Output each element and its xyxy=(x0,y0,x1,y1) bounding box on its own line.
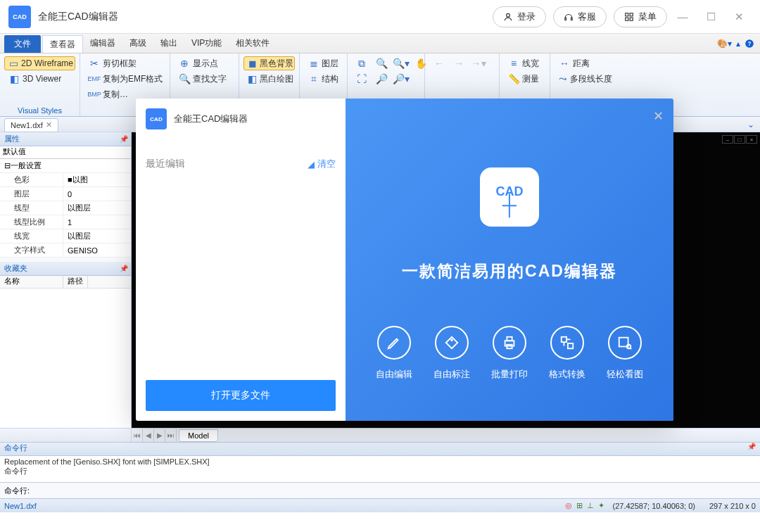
close-icon[interactable]: ✕ xyxy=(46,120,52,129)
distance-button[interactable]: ↔距离 xyxy=(555,56,616,70)
bw-icon: ◧ xyxy=(248,73,257,84)
zoom-window-button[interactable]: ⧉ xyxy=(352,56,372,70)
visual-styles-label: Visual Styles xyxy=(0,106,80,115)
model-tabs-bar: ⏮ ◀ ▶ ⏭ Model xyxy=(0,428,760,442)
zoom-extents-button[interactable]: ⛶ xyxy=(352,72,372,86)
model-nav-prev[interactable]: ◀ xyxy=(143,429,154,442)
zoom-in-icon: 🔍 xyxy=(376,58,387,69)
zoom-window-icon: ⧉ xyxy=(356,58,367,69)
open-more-files-button[interactable]: 打开更多文件 xyxy=(146,380,336,411)
model-tab[interactable]: Model xyxy=(179,429,218,442)
zoom-dropdown2[interactable]: 🔎▾ xyxy=(391,72,411,86)
grid-icon[interactable]: ⊞ xyxy=(576,501,583,510)
action-format-convert[interactable]: 格式转换 xyxy=(549,326,585,381)
help-icon[interactable]: ? xyxy=(745,39,754,49)
theme-icon[interactable]: 🎨▾ xyxy=(717,39,732,49)
menu-button[interactable]: 菜单 xyxy=(614,6,667,27)
bwplot-label: 黑白绘图 xyxy=(260,73,293,85)
copy-emf-button[interactable]: EMF复制为EMF格式 xyxy=(84,72,165,86)
menu-related[interactable]: 相关软件 xyxy=(229,34,277,53)
menu-output[interactable]: 输出 xyxy=(153,34,184,53)
snap-icon[interactable]: ◎ xyxy=(565,501,572,510)
action-easy-view[interactable]: 轻松看图 xyxy=(607,326,643,381)
nav-back-button[interactable]: ← xyxy=(429,56,449,70)
nav-dd-button[interactable]: →▾ xyxy=(469,56,488,70)
show-point-button[interactable]: ⊕显示点 xyxy=(175,56,234,70)
minimize-button[interactable]: — xyxy=(670,4,695,30)
nav-fwd-button[interactable]: → xyxy=(449,56,469,70)
ortho-icon[interactable]: ⊥ xyxy=(587,501,594,510)
canvas-min-icon[interactable]: – xyxy=(722,135,733,144)
action-free-annotate[interactable]: 自由标注 xyxy=(433,326,470,381)
command-log: Replacement of the [Geniso.SHX] font wit… xyxy=(0,456,760,483)
svg-rect-4 xyxy=(630,13,633,15)
find-text-button[interactable]: 🔍查找文字 xyxy=(175,72,234,86)
polyline-icon: ⤳ xyxy=(559,73,567,84)
layer-button[interactable]: ≣图层 xyxy=(304,56,343,70)
properties-title: 属性📌 xyxy=(0,132,131,146)
table-row[interactable]: 线宽以图层 xyxy=(0,229,131,243)
model-nav-first[interactable]: ⏮ xyxy=(132,429,143,442)
model-nav-next[interactable]: ▶ xyxy=(154,429,165,442)
fill-icon: ◼ xyxy=(248,58,257,69)
action-free-edit[interactable]: 自由编辑 xyxy=(376,326,412,381)
status-tool-icons: ◎ ⊞ ⊥ ✦ xyxy=(565,501,604,510)
menu-vip[interactable]: VIP功能 xyxy=(184,34,229,53)
prop-section[interactable]: ⊟ 一般设置 xyxy=(0,159,42,172)
maximize-button[interactable]: ☐ xyxy=(698,4,723,30)
app-title: 全能王CAD编辑器 xyxy=(38,11,486,23)
fav-col-name[interactable]: 名称 xyxy=(0,276,63,288)
zoom-dd2-icon: 🔎▾ xyxy=(395,73,407,84)
cube-icon: ◧ xyxy=(8,73,20,84)
table-row[interactable]: 图层0 xyxy=(0,187,131,201)
canvas-close-icon[interactable]: × xyxy=(746,135,757,144)
titlebar: CAD 全能王CAD编辑器 登录 客服 菜单 — ☐ ✕ xyxy=(0,0,760,34)
zoom-out-button[interactable]: 🔎 xyxy=(372,72,391,86)
svg-rect-2 xyxy=(571,18,573,20)
svg-rect-3 xyxy=(626,13,628,15)
bw-plot-button[interactable]: ◧黑白绘图 xyxy=(243,72,295,86)
struct-button[interactable]: ⌗结构 xyxy=(304,72,343,86)
clear-button[interactable]: ◢ 清空 xyxy=(308,158,336,170)
doctab-label: New1.dxf xyxy=(11,121,43,129)
polar-icon[interactable]: ✦ xyxy=(598,501,604,510)
table-row[interactable]: 线型以图层 xyxy=(0,201,131,215)
doctabs-dropdown[interactable]: ⌄ xyxy=(747,120,754,129)
menu-advanced[interactable]: 高级 xyxy=(122,34,153,53)
polyline-len-button[interactable]: ⤳多段线长度 xyxy=(555,72,616,86)
collapse-icon[interactable]: ▴ xyxy=(736,39,740,49)
table-row[interactable]: 色彩■以图 xyxy=(0,173,131,187)
doctab-new1[interactable]: New1.dxf ✕ xyxy=(4,118,58,132)
pin-icon[interactable]: 📌 xyxy=(747,443,756,450)
zoom-in-button[interactable]: 🔍 xyxy=(372,56,391,70)
black-bg-button[interactable]: ◼黑色背景 xyxy=(243,56,295,70)
printer-icon xyxy=(502,335,517,350)
pin-icon[interactable]: 📌 xyxy=(120,135,128,143)
menu-file[interactable]: 文件 xyxy=(4,35,41,53)
modal-close-button[interactable]: ✕ xyxy=(653,108,664,124)
zoom-dropdown[interactable]: 🔍▾ xyxy=(391,56,411,70)
modal-title: 全能王CAD编辑器 xyxy=(174,113,248,125)
support-button[interactable]: 客服 xyxy=(553,6,607,27)
pencil-icon xyxy=(386,335,402,350)
3d-viewer-button[interactable]: ◧ 3D Viewer xyxy=(4,72,75,86)
linewidth-button[interactable]: ≡线宽 xyxy=(504,56,545,70)
table-row[interactable]: 线型比例1 xyxy=(0,215,131,229)
menu-editor[interactable]: 编辑器 xyxy=(83,34,122,53)
pin-icon[interactable]: 📌 xyxy=(120,265,128,272)
table-row[interactable]: 文字样式GENISO xyxy=(0,243,131,258)
measure-button[interactable]: 📏测量 xyxy=(504,72,545,86)
action-batch-print[interactable]: 批量打印 xyxy=(491,326,528,381)
canvas-max-icon[interactable]: □ xyxy=(734,135,745,144)
close-button[interactable]: ✕ xyxy=(726,4,752,30)
fav-col-path[interactable]: 路径 xyxy=(63,276,88,288)
viewer3d-label: 3D Viewer xyxy=(23,74,61,84)
grid-icon xyxy=(624,12,634,22)
clip-frame-button[interactable]: ✂剪切框架 xyxy=(84,56,165,70)
login-button[interactable]: 登录 xyxy=(493,6,546,27)
2d-wireframe-button[interactable]: ▭ 2D Wireframe xyxy=(4,56,75,70)
command-input[interactable] xyxy=(34,486,756,496)
default-value-row[interactable]: 默认值 xyxy=(0,146,131,159)
model-nav-last[interactable]: ⏭ xyxy=(165,429,177,442)
menu-viewer[interactable]: 查看器 xyxy=(42,35,83,53)
